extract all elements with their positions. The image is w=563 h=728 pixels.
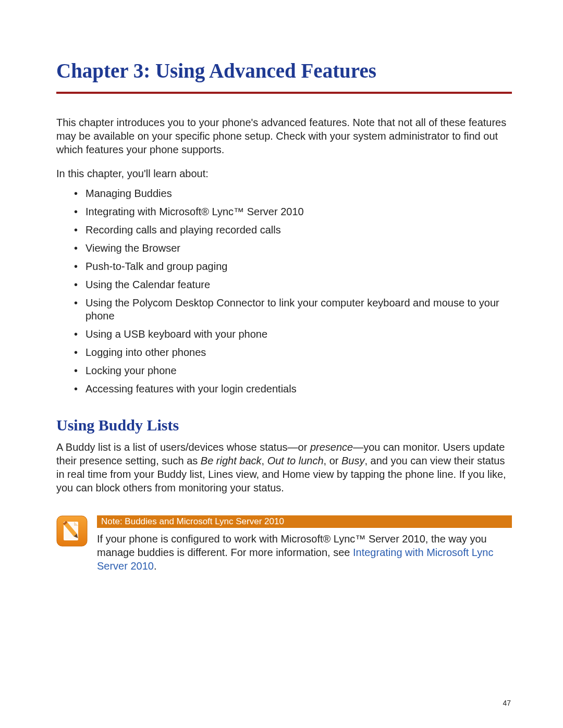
section-paragraph: A Buddy list is a list of users/devices … <box>56 440 512 495</box>
topic-item: Managing Buddies <box>85 187 512 200</box>
note-content: Note: Buddies and Microsoft Lync Server … <box>97 515 512 573</box>
topic-item: Accessing features with your login crede… <box>85 382 512 396</box>
topic-item: Recording calls and playing recorded cal… <box>85 224 512 237</box>
topic-item: Locking your phone <box>85 364 512 377</box>
topic-item: Using the Polycom Desktop Connector to l… <box>85 297 512 323</box>
section-title: Using Buddy Lists <box>56 416 512 434</box>
topic-item: Using the Calendar feature <box>85 278 512 291</box>
title-rule <box>56 92 512 94</box>
note-block: Note: Buddies and Microsoft Lync Server … <box>56 515 512 573</box>
topic-item: Using a USB keyboard with your phone <box>85 328 512 341</box>
note-header: Note: Buddies and Microsoft Lync Server … <box>97 515 512 528</box>
topics-list: Managing BuddiesIntegrating with Microso… <box>56 187 512 396</box>
topic-item: Logging into other phones <box>85 346 512 359</box>
chapter-title: Chapter 3: Using Advanced Features <box>56 60 512 82</box>
note-body-suffix: . <box>154 560 157 572</box>
document-page: Chapter 3: Using Advanced Features This … <box>0 0 563 728</box>
topic-item: Integrating with Microsoft® Lync™ Server… <box>85 205 512 218</box>
page-number: 47 <box>503 699 511 707</box>
topic-item: Push-to-Talk and group paging <box>85 260 512 273</box>
topics-lead-in: In this chapter, you'll learn about: <box>56 168 512 180</box>
topic-item: Viewing the Browser <box>85 242 512 255</box>
note-body: If your phone is configured to work with… <box>97 532 512 573</box>
note-icon <box>56 515 88 547</box>
intro-paragraph: This chapter introduces you to your phon… <box>56 116 512 156</box>
